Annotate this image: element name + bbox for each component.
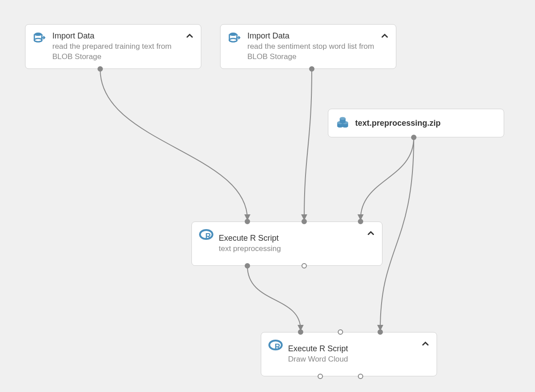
input-port[interactable] — [298, 329, 303, 335]
svg-text:R: R — [205, 232, 211, 240]
node-zip-file[interactable]: text.preprocessing.zip — [328, 109, 504, 137]
database-export-icon — [228, 31, 242, 45]
output-port[interactable] — [98, 66, 103, 72]
r-language-icon: R — [268, 339, 283, 353]
input-port[interactable] — [301, 219, 307, 224]
input-port[interactable] — [338, 329, 343, 335]
node-title: Execute R Script — [219, 234, 375, 243]
node-execute-r-1[interactable]: R Execute R Script text preprocessing — [191, 222, 382, 266]
node-import-data-1[interactable]: Import Data read the prepared training t… — [25, 24, 201, 69]
output-port[interactable] — [309, 66, 314, 72]
edge-import2-exec1 — [304, 69, 312, 219]
svg-point-1 — [34, 38, 42, 42]
output-port[interactable] — [411, 135, 416, 140]
input-port[interactable] — [245, 219, 250, 224]
input-port[interactable] — [358, 219, 363, 224]
node-title: Execute R Script — [288, 344, 429, 354]
node-title: Import Data — [247, 31, 389, 41]
svg-point-2 — [229, 33, 237, 36]
edge-zip-exec2 — [380, 137, 414, 330]
chevron-up-icon[interactable] — [368, 230, 374, 238]
r-language-icon: R — [199, 228, 213, 243]
node-desc: read the sentiment stop word list from B… — [247, 42, 389, 61]
chevron-up-icon[interactable] — [187, 33, 193, 41]
database-export-icon — [33, 31, 47, 45]
svg-point-9 — [340, 117, 345, 120]
output-port[interactable] — [301, 263, 307, 268]
svg-point-0 — [34, 33, 42, 36]
svg-point-3 — [229, 38, 237, 42]
node-desc: read the prepared training text from BLO… — [52, 42, 194, 61]
edge-exec1-exec2 — [247, 266, 301, 330]
output-port[interactable] — [245, 263, 250, 268]
node-title: text.preprocessing.zip — [355, 119, 497, 128]
edge-zip-exec1 — [361, 137, 414, 219]
output-port[interactable] — [318, 374, 323, 379]
node-desc: text preprocessing — [219, 244, 375, 254]
node-title: Import Data — [52, 31, 194, 41]
svg-text:R: R — [275, 342, 280, 351]
output-port[interactable] — [358, 374, 363, 379]
node-desc: Draw Word Cloud — [288, 354, 429, 364]
input-port[interactable] — [378, 329, 383, 335]
edge-import1-exec1 — [100, 69, 247, 219]
package-icon — [335, 116, 350, 131]
node-import-data-2[interactable]: Import Data read the sentiment stop word… — [220, 24, 396, 69]
node-execute-r-2[interactable]: R Execute R Script Draw Word Cloud — [261, 332, 437, 376]
chevron-up-icon[interactable] — [382, 33, 388, 41]
chevron-up-icon[interactable] — [422, 341, 429, 349]
